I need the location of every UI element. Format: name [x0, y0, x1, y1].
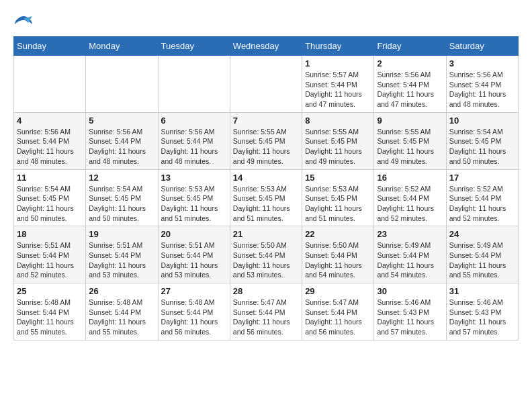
table-row	[14, 56, 86, 113]
day-info: Sunrise: 5:53 AM Sunset: 5:45 PM Dayligh…	[233, 184, 299, 224]
day-number: 27	[161, 286, 227, 296]
table-row: 5Sunrise: 5:56 AM Sunset: 5:44 PM Daylig…	[86, 112, 158, 169]
day-info: Sunrise: 5:47 AM Sunset: 5:44 PM Dayligh…	[233, 298, 299, 337]
day-info: Sunrise: 5:50 AM Sunset: 5:44 PM Dayligh…	[233, 240, 299, 280]
day-header-saturday: Saturday	[446, 37, 518, 56]
day-number: 23	[377, 229, 443, 239]
day-info: Sunrise: 5:56 AM Sunset: 5:44 PM Dayligh…	[17, 127, 83, 167]
day-info: Sunrise: 5:52 AM Sunset: 5:44 PM Dayligh…	[377, 184, 443, 224]
table-row	[86, 56, 158, 113]
table-row: 23Sunrise: 5:49 AM Sunset: 5:44 PM Dayli…	[374, 226, 446, 283]
day-number: 1	[305, 58, 371, 68]
day-number: 8	[305, 116, 371, 126]
table-row: 22Sunrise: 5:50 AM Sunset: 5:44 PM Dayli…	[302, 226, 374, 283]
day-number: 7	[233, 116, 299, 126]
table-row: 4Sunrise: 5:56 AM Sunset: 5:44 PM Daylig…	[14, 112, 86, 169]
day-number: 10	[449, 116, 515, 126]
day-info: Sunrise: 5:46 AM Sunset: 5:43 PM Dayligh…	[377, 298, 443, 337]
day-number: 14	[233, 173, 299, 183]
table-row	[230, 56, 302, 113]
table-row: 20Sunrise: 5:51 AM Sunset: 5:44 PM Dayli…	[158, 226, 230, 283]
day-number: 4	[17, 116, 83, 126]
day-number: 19	[89, 229, 154, 239]
day-number: 28	[233, 286, 299, 296]
day-info: Sunrise: 5:56 AM Sunset: 5:44 PM Dayligh…	[89, 127, 154, 167]
day-info: Sunrise: 5:54 AM Sunset: 5:45 PM Dayligh…	[449, 127, 515, 167]
day-number: 16	[377, 173, 443, 183]
day-number: 5	[89, 116, 154, 126]
day-header-friday: Friday	[374, 37, 446, 56]
calendar-week-row: 1Sunrise: 5:57 AM Sunset: 5:44 PM Daylig…	[14, 56, 519, 113]
day-info: Sunrise: 5:48 AM Sunset: 5:44 PM Dayligh…	[89, 298, 154, 337]
day-number: 24	[449, 229, 515, 239]
table-row: 8Sunrise: 5:55 AM Sunset: 5:45 PM Daylig…	[302, 112, 374, 169]
table-row: 11Sunrise: 5:54 AM Sunset: 5:45 PM Dayli…	[14, 169, 86, 226]
calendar-week-row: 18Sunrise: 5:51 AM Sunset: 5:44 PM Dayli…	[14, 226, 519, 283]
table-row: 21Sunrise: 5:50 AM Sunset: 5:44 PM Dayli…	[230, 226, 302, 283]
day-info: Sunrise: 5:51 AM Sunset: 5:44 PM Dayligh…	[17, 240, 83, 280]
day-info: Sunrise: 5:54 AM Sunset: 5:45 PM Dayligh…	[89, 184, 154, 224]
day-number: 15	[305, 173, 371, 183]
day-info: Sunrise: 5:57 AM Sunset: 5:44 PM Dayligh…	[305, 70, 371, 109]
day-number: 31	[449, 286, 515, 296]
day-number: 30	[377, 286, 443, 296]
table-row: 15Sunrise: 5:53 AM Sunset: 5:45 PM Dayli…	[302, 169, 374, 226]
day-header-sunday: Sunday	[14, 37, 86, 56]
calendar-week-row: 11Sunrise: 5:54 AM Sunset: 5:45 PM Dayli…	[14, 169, 519, 226]
table-row	[158, 56, 230, 113]
table-row: 26Sunrise: 5:48 AM Sunset: 5:44 PM Dayli…	[86, 283, 158, 340]
day-info: Sunrise: 5:56 AM Sunset: 5:44 PM Dayligh…	[377, 70, 443, 109]
table-row: 12Sunrise: 5:54 AM Sunset: 5:45 PM Dayli…	[86, 169, 158, 226]
table-row: 14Sunrise: 5:53 AM Sunset: 5:45 PM Dayli…	[230, 169, 302, 226]
table-row: 27Sunrise: 5:48 AM Sunset: 5:44 PM Dayli…	[158, 283, 230, 340]
day-number: 9	[377, 116, 443, 126]
table-row: 31Sunrise: 5:46 AM Sunset: 5:43 PM Dayli…	[446, 283, 518, 340]
day-number: 25	[17, 286, 83, 296]
day-info: Sunrise: 5:55 AM Sunset: 5:45 PM Dayligh…	[305, 127, 371, 167]
day-info: Sunrise: 5:56 AM Sunset: 5:44 PM Dayligh…	[161, 127, 227, 167]
day-number: 6	[161, 116, 227, 126]
table-row: 17Sunrise: 5:52 AM Sunset: 5:44 PM Dayli…	[446, 169, 518, 226]
table-row: 28Sunrise: 5:47 AM Sunset: 5:44 PM Dayli…	[230, 283, 302, 340]
day-info: Sunrise: 5:51 AM Sunset: 5:44 PM Dayligh…	[89, 240, 154, 280]
table-row: 30Sunrise: 5:46 AM Sunset: 5:43 PM Dayli…	[374, 283, 446, 340]
day-number: 12	[89, 173, 154, 183]
day-number: 11	[17, 173, 83, 183]
table-row: 9Sunrise: 5:55 AM Sunset: 5:45 PM Daylig…	[374, 112, 446, 169]
day-info: Sunrise: 5:55 AM Sunset: 5:45 PM Dayligh…	[233, 127, 299, 167]
table-row: 25Sunrise: 5:48 AM Sunset: 5:44 PM Dayli…	[14, 283, 86, 340]
calendar-table: SundayMondayTuesdayWednesdayThursdayFrid…	[13, 36, 519, 340]
day-info: Sunrise: 5:53 AM Sunset: 5:45 PM Dayligh…	[305, 184, 371, 224]
day-info: Sunrise: 5:52 AM Sunset: 5:44 PM Dayligh…	[449, 184, 515, 224]
table-row: 7Sunrise: 5:55 AM Sunset: 5:45 PM Daylig…	[230, 112, 302, 169]
day-info: Sunrise: 5:49 AM Sunset: 5:44 PM Dayligh…	[449, 240, 515, 280]
table-row: 10Sunrise: 5:54 AM Sunset: 5:45 PM Dayli…	[446, 112, 518, 169]
table-row: 2Sunrise: 5:56 AM Sunset: 5:44 PM Daylig…	[374, 56, 446, 113]
calendar-week-row: 25Sunrise: 5:48 AM Sunset: 5:44 PM Dayli…	[14, 283, 519, 340]
table-row: 1Sunrise: 5:57 AM Sunset: 5:44 PM Daylig…	[302, 56, 374, 113]
table-row: 19Sunrise: 5:51 AM Sunset: 5:44 PM Dayli…	[86, 226, 158, 283]
day-info: Sunrise: 5:53 AM Sunset: 5:45 PM Dayligh…	[161, 184, 227, 224]
table-row: 3Sunrise: 5:56 AM Sunset: 5:44 PM Daylig…	[446, 56, 518, 113]
table-row: 16Sunrise: 5:52 AM Sunset: 5:44 PM Dayli…	[374, 169, 446, 226]
day-info: Sunrise: 5:48 AM Sunset: 5:44 PM Dayligh…	[17, 298, 83, 337]
logo-bird-icon	[13, 13, 34, 30]
day-header-wednesday: Wednesday	[230, 37, 302, 56]
day-number: 29	[305, 286, 371, 296]
table-row: 6Sunrise: 5:56 AM Sunset: 5:44 PM Daylig…	[158, 112, 230, 169]
day-number: 2	[377, 58, 443, 68]
day-info: Sunrise: 5:49 AM Sunset: 5:44 PM Dayligh…	[377, 240, 443, 280]
day-info: Sunrise: 5:47 AM Sunset: 5:44 PM Dayligh…	[305, 298, 371, 337]
day-number: 18	[17, 229, 83, 239]
page-header	[13, 13, 519, 30]
day-info: Sunrise: 5:55 AM Sunset: 5:45 PM Dayligh…	[377, 127, 443, 167]
day-number: 21	[233, 229, 299, 239]
day-info: Sunrise: 5:51 AM Sunset: 5:44 PM Dayligh…	[161, 240, 227, 280]
day-info: Sunrise: 5:48 AM Sunset: 5:44 PM Dayligh…	[161, 298, 227, 337]
day-header-monday: Monday	[86, 37, 158, 56]
day-info: Sunrise: 5:50 AM Sunset: 5:44 PM Dayligh…	[305, 240, 371, 280]
table-row: 18Sunrise: 5:51 AM Sunset: 5:44 PM Dayli…	[14, 226, 86, 283]
table-row: 24Sunrise: 5:49 AM Sunset: 5:44 PM Dayli…	[446, 226, 518, 283]
day-header-thursday: Thursday	[302, 37, 374, 56]
day-header-tuesday: Tuesday	[158, 37, 230, 56]
